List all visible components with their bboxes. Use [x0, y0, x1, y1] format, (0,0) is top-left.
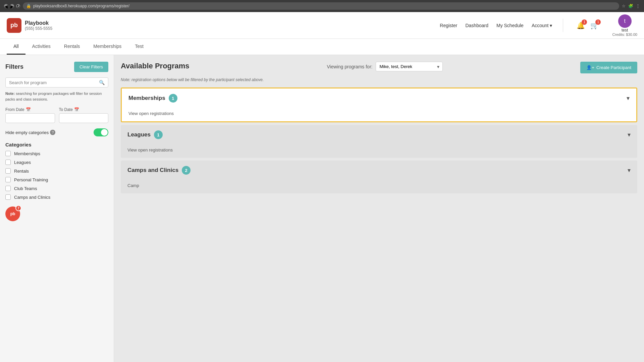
sidebar-icon-letter: pb — [10, 212, 15, 216]
category-checkbox-memberships[interactable] — [5, 151, 11, 156]
program-card-camps-header[interactable]: Camps and Clinics 2 ▾ — [121, 161, 637, 180]
available-programs-title: Available Programs — [121, 62, 190, 70]
nav-dashboard[interactable]: Dashboard — [465, 23, 488, 28]
tab-memberships[interactable]: Memberships — [87, 39, 128, 55]
category-label-camps-and-clinics: Camps and Clinics — [14, 195, 50, 200]
from-date-label: From Date 📅 — [5, 107, 55, 112]
sidebar-badge: 7 — [15, 205, 21, 211]
header-nav: Register Dashboard My Schedule Account ▾… — [440, 14, 637, 37]
nav-register[interactable]: Register — [440, 23, 457, 28]
notification-bell[interactable]: 🔔 1 — [577, 21, 585, 29]
memberships-count-badge: 1 — [169, 94, 177, 103]
category-checkbox-club-teams[interactable] — [5, 186, 11, 191]
back-btn[interactable]: ◀ — [4, 4, 8, 8]
category-checkbox-leagues[interactable] — [5, 160, 11, 165]
tab-rentals[interactable]: Rentals — [57, 39, 87, 55]
create-participant-label: Create Participant — [596, 65, 631, 70]
categories-title: Categories — [5, 142, 108, 147]
leagues-sub[interactable]: View open registrations — [127, 147, 173, 153]
registration-note: Note: registration options below will be… — [121, 77, 264, 82]
program-card-memberships: Memberships 1 ▾ View open registrations — [121, 87, 637, 122]
category-checkbox-camps-and-clinics[interactable] — [5, 194, 11, 200]
participant-select-wrapper: Mike, test, Derek — [376, 62, 443, 71]
tab-test[interactable]: Test — [128, 39, 150, 55]
memberships-chevron-icon: ▾ — [627, 95, 630, 102]
sidebar-bottom-icon: pb 7 — [5, 206, 20, 221]
url-bar[interactable]: 🔒 playbooksandbox8.herokuapp.com/program… — [23, 2, 619, 10]
create-participant-button[interactable]: 👤+ Create Participant — [580, 62, 637, 73]
camps-count-badge: 2 — [182, 166, 191, 175]
filters-title: Filters — [5, 63, 23, 70]
date-row: From Date 📅 To Date 📅 — [5, 107, 108, 123]
camps-sub[interactable]: Camp — [127, 183, 139, 188]
notification-badge: 1 — [582, 19, 587, 25]
logo-area: pb Playbook (555) 555-5555 — [7, 18, 52, 33]
browser-bar: ◀ ▶ ↻ 🔒 playbooksandbox8.herokuapp.com/p… — [0, 0, 644, 12]
tab-activities[interactable]: Activities — [25, 39, 57, 55]
program-card-memberships-title: Memberships 1 — [128, 94, 177, 103]
user-avatar: t — [618, 14, 632, 28]
programs-area: Available Programs Viewing programs for:… — [114, 55, 644, 362]
logo-initials: pb — [10, 22, 18, 29]
from-date-input[interactable] — [5, 113, 55, 123]
header-icons: 🔔 1 🛒 1 — [577, 21, 599, 29]
tab-all[interactable]: All — [7, 39, 25, 55]
from-date-field: From Date 📅 — [5, 107, 55, 123]
programs-header: Available Programs Viewing programs for:… — [121, 62, 637, 73]
logo-icon: pb — [7, 18, 21, 33]
sidebar: Filters Clear Filters 🔍 Note: searching … — [0, 55, 114, 362]
main-content: Filters Clear Filters 🔍 Note: searching … — [0, 55, 644, 362]
leagues-chevron-icon: ▾ — [628, 131, 631, 138]
program-card-camps-title: Camps and Clinics 2 — [127, 166, 191, 175]
category-club-teams[interactable]: Club Teams — [5, 186, 108, 191]
cart-icon-wrap[interactable]: 🛒 1 — [590, 21, 599, 29]
forward-btn[interactable]: ▶ — [10, 4, 14, 8]
program-card-memberships-header[interactable]: Memberships 1 ▾ — [122, 88, 636, 108]
calendar-icon-to: 📅 — [74, 107, 79, 112]
program-card-leagues-header[interactable]: Leagues 1 ▾ — [121, 125, 637, 144]
category-checkbox-personal-training[interactable] — [5, 177, 11, 182]
category-checkbox-rentals[interactable] — [5, 168, 11, 174]
app-phone: (555) 555-5555 — [25, 26, 52, 31]
category-memberships[interactable]: Memberships — [5, 151, 108, 156]
nav-account[interactable]: Account ▾ — [532, 23, 552, 28]
category-leagues[interactable]: Leagues — [5, 160, 108, 165]
user-name: test — [622, 28, 628, 33]
menu-icon[interactable]: ⋮ — [636, 4, 640, 8]
search-input[interactable] — [9, 80, 99, 85]
app-header: pb Playbook (555) 555-5555 Register Dash… — [0, 12, 644, 39]
category-label-memberships: Memberships — [14, 151, 40, 156]
logo-text: Playbook (555) 555-5555 — [25, 20, 52, 31]
search-box[interactable]: 🔍 — [5, 77, 108, 87]
help-icon: ? — [50, 130, 55, 135]
star-icon[interactable]: ☆ — [622, 4, 626, 8]
user-area[interactable]: t test Credits: $30.00 — [612, 14, 637, 37]
browser-actions: ☆ 🧩 ⋮ — [622, 4, 640, 8]
extension-icon[interactable]: 🧩 — [628, 4, 633, 8]
category-rentals[interactable]: Rentals — [5, 168, 108, 174]
memberships-sub[interactable]: View open registrations — [128, 111, 174, 116]
nav-my-schedule[interactable]: My Schedule — [496, 23, 524, 28]
cart-badge: 1 — [595, 19, 601, 25]
sidebar-header: Filters Clear Filters — [5, 62, 108, 72]
participant-select[interactable]: Mike, test, Derek — [376, 62, 443, 71]
category-personal-training[interactable]: Personal Training — [5, 177, 108, 182]
calendar-icon-from: 📅 — [26, 107, 31, 112]
create-participant-icon: 👤+ — [586, 65, 594, 70]
category-label-club-teams: Club Teams — [14, 186, 37, 191]
program-card-leagues: Leagues 1 ▾ View open registrations — [121, 125, 637, 158]
program-card-camps-body: Camp — [121, 180, 637, 193]
hide-empty-row: Hide empty categories ? — [5, 128, 108, 136]
url-text: playbooksandbox8.herokuapp.com/programs/… — [33, 4, 129, 8]
clear-filters-button[interactable]: Clear Filters — [74, 62, 108, 72]
app-name: Playbook — [25, 20, 52, 26]
browser-controls: ◀ ▶ ↻ — [4, 4, 20, 8]
hide-empty-label: Hide empty categories ? — [5, 130, 55, 135]
tabs-bar: All Activities Rentals Memberships Test — [0, 39, 644, 55]
reload-btn[interactable]: ↻ — [16, 4, 20, 8]
to-date-input[interactable] — [59, 113, 109, 123]
hide-empty-toggle[interactable] — [94, 128, 108, 136]
category-camps-and-clinics[interactable]: Camps and Clinics — [5, 194, 108, 200]
category-label-personal-training: Personal Training — [14, 177, 48, 182]
viewing-for-row: Viewing programs for: Mike, test, Derek — [327, 62, 443, 71]
